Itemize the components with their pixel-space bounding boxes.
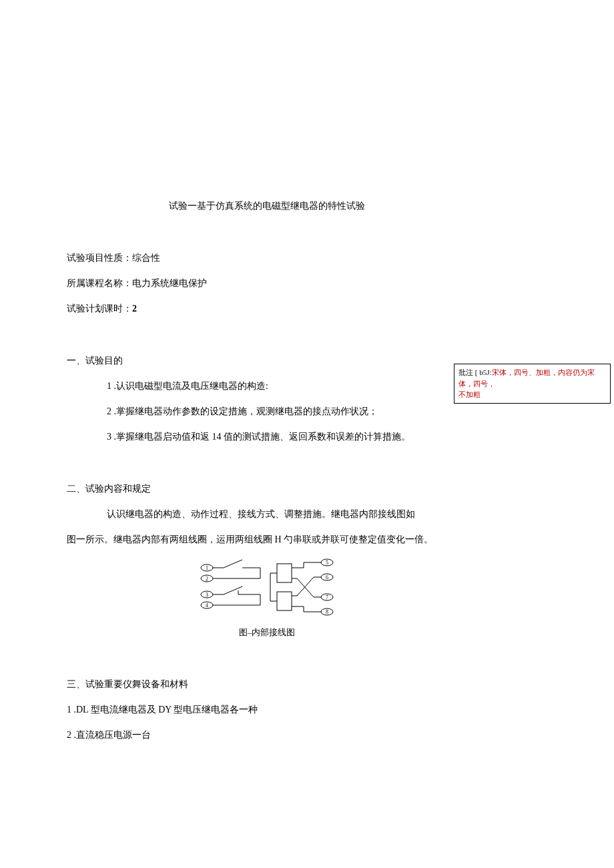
- svg-text:3: 3: [206, 592, 208, 598]
- svg-line-17: [224, 560, 242, 568]
- section2-para2: 图一所示。继电器内部有两组线圈，运用两组线圈 H 勺串联或并联可使整定值变化一倍…: [67, 534, 467, 546]
- svg-text:5: 5: [326, 560, 328, 566]
- meta-nature-label: 试验项目性质：: [67, 253, 132, 263]
- svg-text:8: 8: [326, 609, 328, 615]
- meta-course-label: 所属课程名称：: [67, 278, 132, 288]
- diagram-caption: 图–内部接线图: [67, 626, 467, 638]
- section2-para1: 认识继电器的构造、动作过程、接线方式、调整措施。继电器内部接线图如: [107, 508, 467, 520]
- meta-nature-value: 综合性: [132, 253, 160, 263]
- svg-text:1: 1: [206, 565, 208, 571]
- meta-course-value: 电力系统继电保护: [132, 278, 207, 288]
- svg-rect-28: [277, 592, 292, 610]
- meta-nature: 试验项目性质：综合性: [67, 252, 467, 264]
- section3-item2: 2 .直流稳压电源一台: [67, 729, 467, 741]
- meta-hours: 试验计划课时：2: [67, 303, 467, 315]
- section1-heading: 一、试验目的: [67, 355, 467, 367]
- svg-rect-27: [277, 564, 292, 582]
- section3-item1: 1 .DL 型电流继电器及 DY 型电压继电器各一种: [67, 704, 467, 716]
- svg-line-36: [297, 577, 314, 596]
- wiring-diagram-svg: 1 2 3 4 5 6 7 8: [190, 556, 344, 622]
- document-title: 试验一基于仿真系统的电磁型继电器的特性试验: [67, 200, 467, 212]
- section1-item2: 2 .掌握继电器动作参数的设定措施，观测继电器的接点动作状况；: [107, 406, 467, 418]
- wiring-diagram: 1 2 3 4 5 6 7 8: [67, 556, 467, 638]
- section3-heading: 三、试验重要仪舞设备和材料: [67, 679, 467, 691]
- section2-heading: 二、试验内容和规定: [67, 483, 467, 495]
- svg-line-22: [224, 586, 242, 594]
- meta-course: 所属课程名称：电力系统继电保护: [67, 278, 467, 290]
- svg-text:2: 2: [206, 576, 208, 582]
- meta-hours-value: 2: [132, 304, 137, 314]
- svg-text:6: 6: [326, 574, 328, 580]
- comment-annotation: 批注 [ b5J:宋体，四号、加粗，内容仍为宋体，四号， 不加粗: [454, 364, 611, 404]
- svg-text:4: 4: [206, 602, 208, 608]
- section1-item1: 1 .认识电磁型电流及电压继电器的构造:: [107, 380, 467, 392]
- svg-text:7: 7: [326, 594, 328, 600]
- annotation-prefix: 批注 [ b5J:: [458, 368, 492, 376]
- svg-line-33: [297, 578, 314, 597]
- annotation-content2: 不加粗: [458, 390, 481, 398]
- section1-item3: 3 .掌握继电器启动值和返 14 值的测试措施、返回系数和误差的计算措施。: [107, 431, 467, 443]
- meta-hours-label: 试验计划课时：: [67, 304, 132, 314]
